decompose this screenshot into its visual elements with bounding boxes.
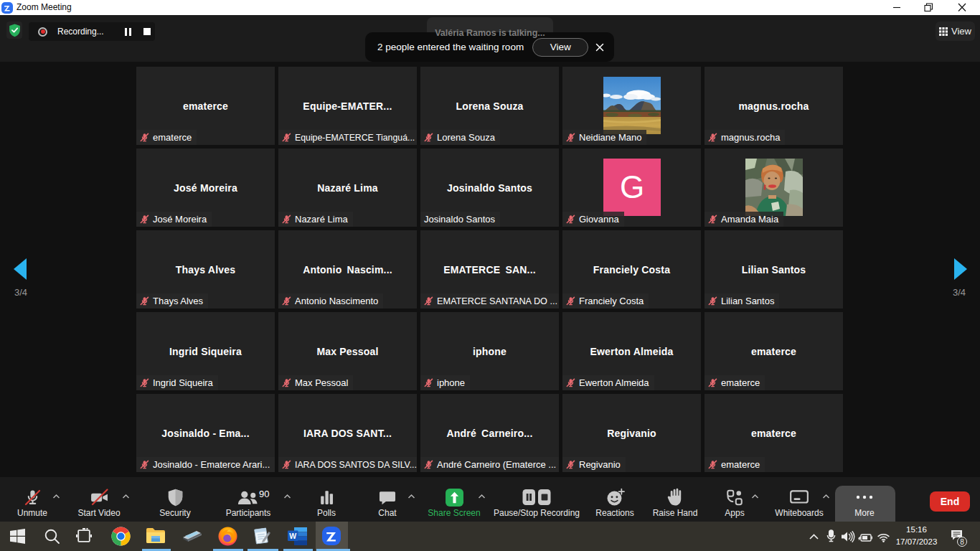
svg-text:W: W (289, 532, 296, 540)
